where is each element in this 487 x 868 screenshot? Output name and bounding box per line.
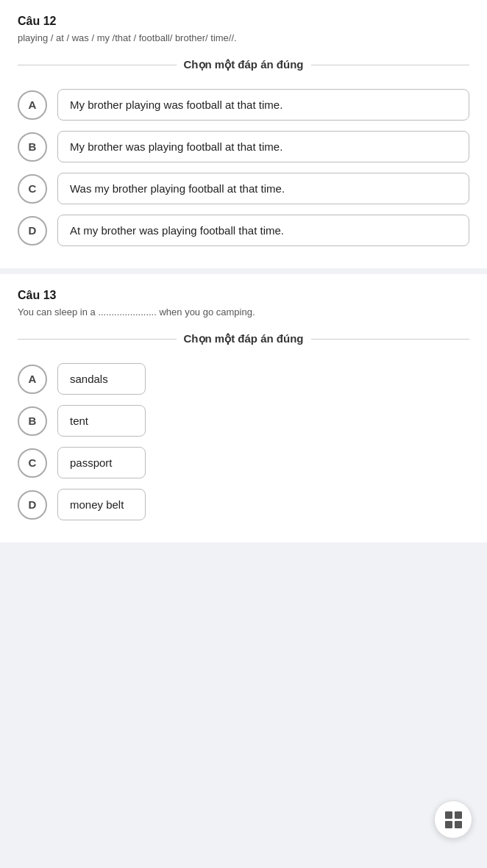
question-13-option-c[interactable]: C passport [18, 447, 469, 478]
question-12-option-b[interactable]: B My brother was playing football at tha… [18, 131, 469, 162]
question-13-block: Câu 13 You can sleep in a ..............… [0, 274, 487, 542]
question-13-option-a[interactable]: A sandals [18, 363, 469, 395]
grid-icon [445, 811, 462, 828]
option-d-text[interactable]: At my brother was playing football that … [57, 215, 469, 246]
option-d-circle: D [18, 216, 47, 245]
option-a-text[interactable]: My brother playing was football at that … [57, 89, 469, 121]
question-13-section-label: Chọn một đáp án đúng [184, 332, 304, 345]
question-12-section-divider: Chọn một đáp án đúng [18, 58, 469, 71]
option-c-circle: C [18, 174, 47, 204]
option-d-circle-13: D [18, 490, 47, 520]
question-12-section-label: Chọn một đáp án đúng [184, 58, 304, 71]
divider-line-right-13 [311, 339, 470, 340]
question-12-option-a[interactable]: A My brother playing was football at tha… [18, 89, 469, 121]
option-b-circle-13: B [18, 406, 47, 436]
option-a-circle: A [18, 90, 47, 120]
divider-line-left-13 [18, 339, 177, 340]
question-12-option-d[interactable]: D At my brother was playing football tha… [18, 215, 469, 246]
option-a-text-13[interactable]: sandals [57, 363, 146, 395]
option-d-text-13[interactable]: money belt [57, 489, 146, 520]
option-b-text-13[interactable]: tent [57, 405, 146, 437]
option-b-circle: B [18, 132, 47, 162]
question-13-subtitle: You can sleep in a .....................… [18, 306, 469, 318]
divider-line-right [311, 65, 470, 65]
question-13-title: Câu 13 [18, 289, 469, 302]
question-12-options: A My brother playing was football at tha… [18, 89, 469, 246]
option-a-circle-13: A [18, 365, 47, 394]
option-b-text[interactable]: My brother was playing football at that … [57, 131, 469, 162]
question-12-subtitle: playing / at / was / my /that / football… [18, 32, 469, 43]
question-12-option-c[interactable]: C Was my brother playing football at tha… [18, 173, 469, 204]
option-c-circle-13: C [18, 448, 47, 478]
fab-grid-button[interactable] [434, 800, 472, 839]
question-13-options: A sandals B tent C passport D money belt [18, 363, 469, 520]
question-13-section-divider: Chọn một đáp án đúng [18, 332, 469, 345]
option-c-text-13[interactable]: passport [57, 447, 146, 478]
option-c-text[interactable]: Was my brother playing football at that … [57, 173, 469, 204]
question-12-block: Câu 12 playing / at / was / my /that / f… [0, 0, 487, 268]
divider-line-left [18, 65, 177, 65]
question-13-option-b[interactable]: B tent [18, 405, 469, 437]
question-13-option-d[interactable]: D money belt [18, 489, 469, 520]
question-12-title: Câu 12 [18, 15, 469, 28]
